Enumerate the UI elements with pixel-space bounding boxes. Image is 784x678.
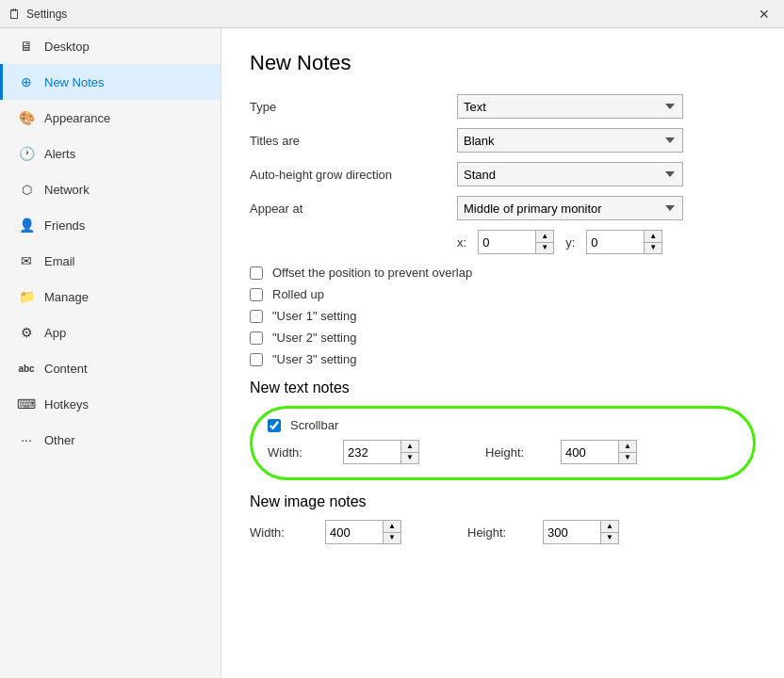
autogrow-dropdown[interactable]: Stand Up Down — [457, 162, 683, 186]
autogrow-control: Stand Up Down — [457, 162, 756, 186]
text-notes-width-decrement[interactable]: ▼ — [401, 452, 418, 464]
image-notes-height-spinbox: ▲ ▼ — [543, 520, 619, 544]
sidebar-item-email[interactable]: ✉ Email — [0, 243, 220, 279]
hotkeys-icon: ⌨ — [18, 396, 35, 412]
image-notes-height-label: Height: — [467, 525, 524, 540]
scrollbar-label: Scrollbar — [290, 418, 338, 432]
text-notes-height-spinbox: ▲ ▼ — [561, 440, 637, 464]
titlebar: 🗒 Settings ✕ — [0, 0, 784, 28]
manage-icon: 📁 — [18, 288, 35, 305]
sidebar-item-other[interactable]: ··· Other — [0, 422, 220, 458]
x-decrement-button[interactable]: ▼ — [536, 242, 553, 254]
image-notes-wh-row: Width: ▲ ▼ Height: ▲ ▼ — [250, 520, 756, 544]
sidebar-item-alerts[interactable]: 🕐 Alerts — [0, 136, 220, 171]
desktop-icon: 🖥 — [18, 38, 35, 55]
sidebar-label-hotkeys: Hotkeys — [44, 397, 89, 412]
titles-label: Titles are — [250, 134, 457, 148]
text-notes-height-label: Height: — [485, 445, 542, 460]
text-notes-height-decrement[interactable]: ▼ — [619, 452, 636, 464]
offset-checkbox[interactable] — [250, 266, 263, 280]
appear-row: Appear at Middle of primary monitor Mous… — [250, 196, 756, 220]
sidebar-item-friends[interactable]: 👤 Friends — [0, 207, 220, 243]
image-notes-height-increment[interactable]: ▲ — [601, 521, 618, 532]
sidebar-item-new-notes[interactable]: ⊕ New Notes — [0, 64, 220, 100]
sidebar-label-new-notes: New Notes — [44, 75, 105, 89]
rolled-checkbox-row: Rolled up — [250, 287, 756, 301]
autogrow-label: Auto-height grow direction — [250, 168, 457, 182]
y-spinbox-btns: ▲ ▼ — [644, 231, 662, 253]
user1-checkbox[interactable] — [250, 310, 263, 323]
main-layout: 🖥 Desktop ⊕ New Notes 🎨 Appearance 🕐 Ale… — [0, 28, 784, 678]
text-notes-width-increment[interactable]: ▲ — [401, 441, 418, 452]
alerts-icon: 🕐 — [18, 145, 35, 162]
text-notes-height-increment[interactable]: ▲ — [619, 441, 636, 452]
sidebar-item-network[interactable]: ⬡ Network — [0, 171, 220, 207]
friends-icon: 👤 — [18, 217, 35, 234]
sidebar-item-desktop[interactable]: 🖥 Desktop — [0, 28, 220, 64]
text-notes-wh-row: Width: ▲ ▼ Height: ▲ ▼ — [268, 440, 738, 464]
sidebar-item-content[interactable]: abc Content — [0, 350, 220, 386]
y-spinbox: ▲ ▼ — [586, 230, 662, 254]
offset-checkbox-row: Offset the position to prevent overlap — [250, 266, 756, 280]
sidebar-label-appearance: Appearance — [44, 111, 110, 125]
appear-dropdown[interactable]: Middle of primary monitor Mouse position… — [457, 196, 683, 220]
y-input[interactable] — [587, 231, 644, 253]
titlebar-title: Settings — [26, 8, 67, 21]
close-button[interactable]: ✕ — [752, 5, 776, 24]
type-label: Type — [250, 100, 457, 114]
x-input[interactable]: 0 — [479, 231, 535, 253]
y-increment-button[interactable]: ▲ — [645, 231, 662, 242]
image-notes-width-decrement[interactable]: ▼ — [384, 532, 400, 544]
type-dropdown[interactable]: Text Image — [457, 94, 683, 119]
text-notes-width-btns: ▲ ▼ — [400, 441, 418, 463]
sidebar-label-desktop: Desktop — [44, 40, 90, 54]
sidebar-item-hotkeys[interactable]: ⌨ Hotkeys — [0, 386, 220, 422]
x-increment-button[interactable]: ▲ — [536, 231, 553, 242]
user3-checkbox[interactable] — [250, 353, 263, 366]
text-notes-height-btns: ▲ ▼ — [618, 441, 636, 463]
image-notes-width-spinbox: ▲ ▼ — [325, 520, 401, 544]
autogrow-row: Auto-height grow direction Stand Up Down — [250, 162, 756, 186]
titles-dropdown[interactable]: Blank Visible — [457, 128, 683, 153]
x-label: x: — [457, 235, 466, 250]
image-notes-height-decrement[interactable]: ▼ — [601, 532, 618, 544]
scrollbar-checkbox-row: Scrollbar — [268, 418, 738, 432]
text-notes-width-input[interactable] — [344, 441, 400, 463]
image-notes-width-label: Width: — [250, 525, 306, 540]
image-notes-section: New image notes Width: ▲ ▼ Height: ▲ — [250, 493, 756, 544]
image-notes-height-input[interactable] — [544, 521, 600, 543]
sidebar-item-appearance[interactable]: 🎨 Appearance — [0, 100, 220, 136]
appear-label: Appear at — [250, 202, 457, 216]
sidebar-label-manage: Manage — [44, 290, 89, 304]
user3-checkbox-row: "User 3" setting — [250, 352, 756, 366]
sidebar-item-manage[interactable]: 📁 Manage — [0, 279, 220, 315]
sidebar-label-network: Network — [44, 183, 90, 197]
user2-checkbox[interactable] — [250, 331, 263, 345]
titles-row: Titles are Blank Visible — [250, 128, 756, 153]
text-notes-section: New text notes Scrollbar Width: ▲ ▼ — [250, 379, 756, 480]
new-notes-icon: ⊕ — [18, 73, 35, 90]
rolled-checkbox[interactable] — [250, 288, 263, 301]
x-spinbox-btns: ▲ ▼ — [535, 231, 553, 253]
sidebar-label-content: Content — [44, 362, 88, 376]
image-notes-width-input[interactable] — [326, 521, 383, 543]
sidebar-label-app: App — [44, 326, 66, 340]
text-notes-width-label: Width: — [268, 445, 324, 460]
offset-label: Offset the position to prevent overlap — [272, 266, 472, 280]
image-notes-height-btns: ▲ ▼ — [600, 521, 618, 543]
scrollbar-checkbox[interactable] — [268, 419, 281, 432]
appearance-icon: 🎨 — [18, 109, 35, 126]
settings-icon: 🗒 — [8, 7, 21, 22]
content-area: New Notes Type Text Image Titles are Bla… — [221, 28, 784, 678]
text-notes-height-input[interactable] — [562, 441, 618, 463]
image-notes-width-increment[interactable]: ▲ — [384, 521, 400, 532]
sidebar-label-alerts: Alerts — [44, 147, 75, 161]
email-icon: ✉ — [18, 252, 35, 269]
sidebar-item-app[interactable]: ⚙ App — [0, 315, 220, 350]
titlebar-left: 🗒 Settings — [8, 7, 67, 22]
appear-control: Middle of primary monitor Mouse position… — [457, 196, 756, 220]
sidebar-label-other: Other — [44, 433, 75, 447]
y-decrement-button[interactable]: ▼ — [645, 242, 662, 254]
other-icon: ··· — [18, 431, 35, 448]
user1-label: "User 1" setting — [272, 309, 356, 323]
